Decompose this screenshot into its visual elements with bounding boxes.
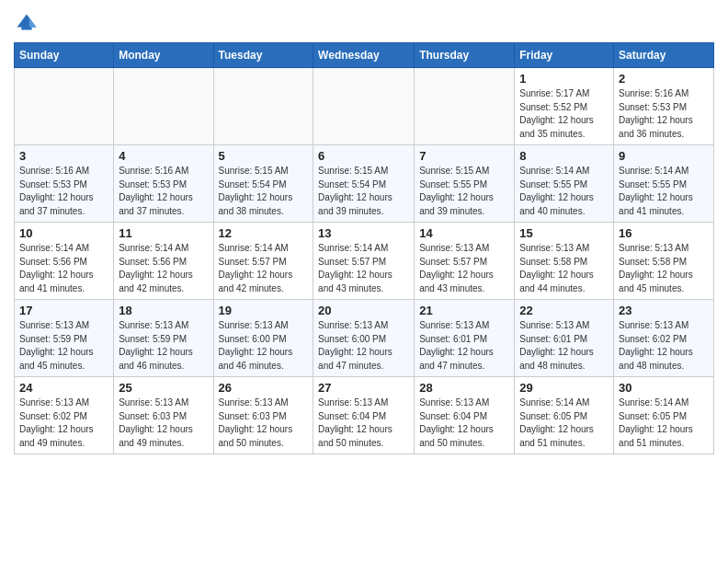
day-info: Sunrise: 5:15 AM Sunset: 5:55 PM Dayligh… [419,165,509,218]
calendar-cell: 14Sunrise: 5:13 AM Sunset: 5:57 PM Dayli… [415,223,515,300]
day-info: Sunrise: 5:16 AM Sunset: 5:53 PM Dayligh… [119,165,208,218]
day-number: 22 [519,304,609,317]
calendar-cell: 9Sunrise: 5:14 AM Sunset: 5:55 PM Daylig… [614,145,714,223]
day-info: Sunrise: 5:15 AM Sunset: 5:54 PM Dayligh… [219,165,309,218]
calendar-cell: 8Sunrise: 5:14 AM Sunset: 5:55 PM Daylig… [515,145,614,223]
day-info: Sunrise: 5:13 AM Sunset: 5:59 PM Dayligh… [19,319,108,373]
calendar-cell: 4Sunrise: 5:16 AM Sunset: 5:53 PM Daylig… [114,145,213,223]
day-info: Sunrise: 5:13 AM Sunset: 6:01 PM Dayligh… [419,319,509,373]
calendar-cell: 6Sunrise: 5:15 AM Sunset: 5:54 PM Daylig… [313,145,415,223]
day-info: Sunrise: 5:13 AM Sunset: 5:58 PM Dayligh… [619,242,709,295]
day-number: 24 [19,381,108,395]
calendar-cell: 17Sunrise: 5:13 AM Sunset: 5:59 PM Dayli… [15,300,114,377]
calendar-cell: 1Sunrise: 5:17 AM Sunset: 5:52 PM Daylig… [515,68,614,145]
calendar-week-row: 17Sunrise: 5:13 AM Sunset: 5:59 PM Dayli… [15,300,714,377]
day-info: Sunrise: 5:13 AM Sunset: 5:58 PM Dayligh… [519,242,609,295]
col-header-friday: Friday [515,43,614,68]
day-number: 20 [318,304,409,317]
calendar-cell: 16Sunrise: 5:13 AM Sunset: 5:58 PM Dayli… [614,223,714,300]
day-info: Sunrise: 5:13 AM Sunset: 6:04 PM Dayligh… [318,396,409,450]
calendar-cell: 21Sunrise: 5:13 AM Sunset: 6:01 PM Dayli… [415,300,515,377]
col-header-tuesday: Tuesday [213,43,313,68]
day-number: 10 [19,226,108,240]
calendar-cell: 24Sunrise: 5:13 AM Sunset: 6:02 PM Dayli… [15,377,114,454]
calendar-cell: 11Sunrise: 5:14 AM Sunset: 5:56 PM Dayli… [114,223,213,300]
day-number: 29 [519,381,609,395]
day-info: Sunrise: 5:14 AM Sunset: 6:05 PM Dayligh… [619,396,709,450]
day-number: 28 [419,381,509,395]
day-number: 12 [219,226,309,240]
day-number: 2 [619,72,709,86]
col-header-wednesday: Wednesday [313,43,415,68]
day-info: Sunrise: 5:13 AM Sunset: 6:04 PM Dayligh… [419,396,509,450]
day-info: Sunrise: 5:14 AM Sunset: 5:56 PM Dayligh… [119,242,208,295]
day-info: Sunrise: 5:13 AM Sunset: 6:02 PM Dayligh… [19,396,108,450]
day-number: 26 [219,381,309,395]
calendar-header-row: SundayMondayTuesdayWednesdayThursdayFrid… [15,43,714,68]
logo-icon [14,9,40,35]
day-info: Sunrise: 5:13 AM Sunset: 6:01 PM Dayligh… [519,319,609,373]
day-number: 18 [119,304,208,317]
calendar-cell: 28Sunrise: 5:13 AM Sunset: 6:04 PM Dayli… [415,377,515,454]
day-number: 14 [419,226,509,240]
day-number: 5 [219,149,309,163]
calendar-cell: 25Sunrise: 5:13 AM Sunset: 6:03 PM Dayli… [114,377,213,454]
calendar-cell [114,68,213,145]
day-number: 6 [318,149,409,163]
calendar-cell: 12Sunrise: 5:14 AM Sunset: 5:57 PM Dayli… [213,223,313,300]
day-number: 9 [619,149,709,163]
day-number: 30 [619,381,709,395]
day-number: 17 [19,304,108,317]
calendar-week-row: 1Sunrise: 5:17 AM Sunset: 5:52 PM Daylig… [15,68,714,145]
calendar-cell: 19Sunrise: 5:13 AM Sunset: 6:00 PM Dayli… [213,300,313,377]
day-info: Sunrise: 5:16 AM Sunset: 5:53 PM Dayligh… [19,165,108,218]
day-info: Sunrise: 5:13 AM Sunset: 6:03 PM Dayligh… [119,396,208,450]
calendar-cell: 10Sunrise: 5:14 AM Sunset: 5:56 PM Dayli… [15,223,114,300]
day-number: 21 [419,304,509,317]
calendar-cell: 23Sunrise: 5:13 AM Sunset: 6:02 PM Dayli… [614,300,714,377]
day-info: Sunrise: 5:14 AM Sunset: 5:55 PM Dayligh… [519,165,609,218]
day-info: Sunrise: 5:14 AM Sunset: 5:55 PM Dayligh… [619,165,709,218]
calendar-table: SundayMondayTuesdayWednesdayThursdayFrid… [14,42,714,454]
calendar-cell: 20Sunrise: 5:13 AM Sunset: 6:00 PM Dayli… [313,300,415,377]
calendar-cell: 3Sunrise: 5:16 AM Sunset: 5:53 PM Daylig… [15,145,114,223]
day-number: 8 [519,149,609,163]
calendar-week-row: 10Sunrise: 5:14 AM Sunset: 5:56 PM Dayli… [15,223,714,300]
day-info: Sunrise: 5:14 AM Sunset: 5:57 PM Dayligh… [219,242,309,295]
calendar-cell [313,68,415,145]
day-info: Sunrise: 5:14 AM Sunset: 5:57 PM Dayligh… [318,242,409,295]
day-info: Sunrise: 5:13 AM Sunset: 5:57 PM Dayligh… [419,242,509,295]
col-header-sunday: Sunday [15,43,114,68]
calendar-cell: 30Sunrise: 5:14 AM Sunset: 6:05 PM Dayli… [614,377,714,454]
calendar-cell: 5Sunrise: 5:15 AM Sunset: 5:54 PM Daylig… [213,145,313,223]
day-info: Sunrise: 5:15 AM Sunset: 5:54 PM Dayligh… [318,165,409,218]
day-info: Sunrise: 5:16 AM Sunset: 5:53 PM Dayligh… [619,87,709,141]
col-header-saturday: Saturday [614,43,714,68]
calendar-cell: 18Sunrise: 5:13 AM Sunset: 5:59 PM Dayli… [114,300,213,377]
calendar-cell [213,68,313,145]
calendar-cell: 26Sunrise: 5:13 AM Sunset: 6:03 PM Dayli… [213,377,313,454]
day-info: Sunrise: 5:14 AM Sunset: 6:05 PM Dayligh… [519,396,609,450]
day-number: 4 [119,149,208,163]
day-number: 3 [19,149,108,163]
day-number: 16 [619,226,709,240]
day-info: Sunrise: 5:13 AM Sunset: 6:00 PM Dayligh… [318,319,409,373]
calendar-week-row: 24Sunrise: 5:13 AM Sunset: 6:02 PM Dayli… [15,377,714,454]
day-number: 1 [519,72,609,86]
day-number: 23 [619,304,709,317]
day-number: 11 [119,226,208,240]
logo [14,9,43,35]
day-info: Sunrise: 5:13 AM Sunset: 6:02 PM Dayligh… [619,319,709,373]
day-number: 19 [219,304,309,317]
day-number: 25 [119,381,208,395]
day-info: Sunrise: 5:14 AM Sunset: 5:56 PM Dayligh… [19,242,108,295]
day-number: 13 [318,226,409,240]
day-number: 15 [519,226,609,240]
day-number: 27 [318,381,409,395]
calendar-cell [15,68,114,145]
page-header [14,9,714,35]
day-info: Sunrise: 5:13 AM Sunset: 6:00 PM Dayligh… [219,319,309,373]
day-info: Sunrise: 5:13 AM Sunset: 5:59 PM Dayligh… [119,319,208,373]
col-header-thursday: Thursday [415,43,515,68]
calendar-cell: 15Sunrise: 5:13 AM Sunset: 5:58 PM Dayli… [515,223,614,300]
